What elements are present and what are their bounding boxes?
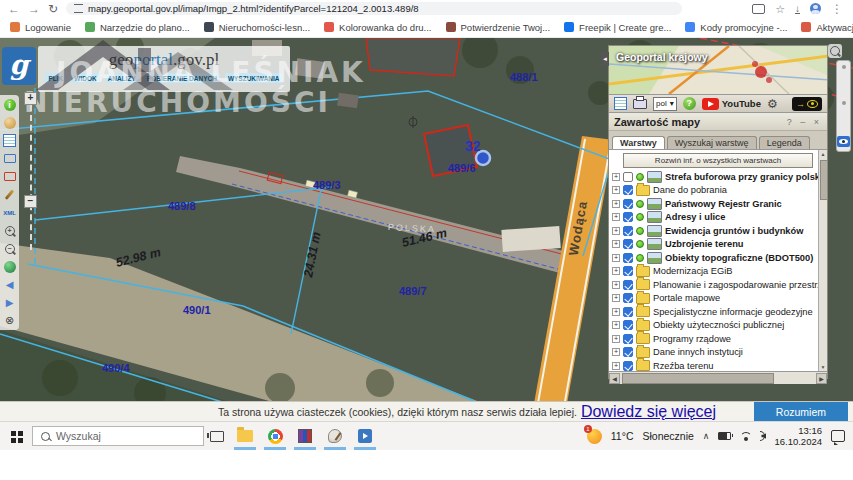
- tray-chevron-icon[interactable]: ∧: [703, 431, 710, 441]
- clock[interactable]: 13:1616.10.2024: [774, 425, 822, 447]
- layer-row[interactable]: +Strefa buforowa przy granicy polsko-bia…: [609, 170, 827, 184]
- bookmark-item[interactable]: Aktywacja Platformy...: [801, 22, 853, 33]
- bookmark-item[interactable]: Logowanie: [10, 22, 71, 33]
- scrollbar-thumb[interactable]: [622, 373, 774, 384]
- bookmark-item[interactable]: Freepik | Create gre...: [564, 22, 671, 33]
- layer-row[interactable]: +Ewidencja gruntów i budynków: [609, 224, 827, 238]
- battery-icon[interactable]: [718, 432, 731, 440]
- eye-visibility-icon[interactable]: [837, 136, 850, 147]
- action-center-icon[interactable]: [831, 430, 845, 442]
- remove-map-window-icon[interactable]: [3, 170, 16, 183]
- layer-row[interactable]: +Specjalistyczne informacje geodezyjne: [609, 305, 827, 319]
- expand-icon[interactable]: +: [612, 213, 620, 221]
- expand-icon[interactable]: +: [612, 227, 620, 235]
- expand-icon[interactable]: +: [612, 186, 620, 194]
- horizontal-scrollbar[interactable]: ◀ ▶: [609, 372, 827, 384]
- geoportal-menu-item[interactable]: PLIK: [45, 73, 66, 83]
- zoom-out-icon[interactable]: −: [3, 242, 16, 255]
- bookmark-item[interactable]: Narzędzie do plano...: [85, 22, 190, 33]
- gear-icon[interactable]: ⚙: [767, 98, 778, 110]
- youtube-button[interactable]: YouTube: [702, 98, 761, 110]
- layer-checkbox[interactable]: [623, 226, 633, 236]
- expand-icon[interactable]: +: [612, 254, 620, 262]
- attributes-table-icon[interactable]: [3, 134, 16, 147]
- tab-wyszukaj-warstwę[interactable]: Wyszukaj warstwę: [667, 136, 757, 149]
- layer-checkbox[interactable]: [623, 361, 633, 371]
- layer-row[interactable]: +Obiekty topograficzne (BDOT500): [609, 251, 827, 265]
- layer-row[interactable]: +Portale mapowe: [609, 292, 827, 306]
- layer-checkbox[interactable]: [623, 266, 633, 276]
- cookie-learn-more-link[interactable]: Dowiedz się więcej: [581, 403, 716, 421]
- scroll-left-icon[interactable]: ◀: [609, 373, 620, 384]
- table-icon[interactable]: [614, 97, 627, 110]
- layer-checkbox[interactable]: [623, 334, 633, 344]
- visibility-toggle-button[interactable]: →: [792, 97, 822, 111]
- add-map-window-icon[interactable]: [3, 152, 16, 165]
- profile-avatar[interactable]: [810, 3, 821, 14]
- weather-desc[interactable]: Słonecznie: [642, 430, 693, 442]
- taskbar-app-photos[interactable]: [350, 422, 380, 450]
- url-field[interactable]: mapy.geoportal.gov.pl/imap/Imgp_2.html?i…: [66, 2, 682, 15]
- menu-kebab-icon[interactable]: ⋮: [831, 3, 843, 15]
- cast-icon[interactable]: [752, 4, 765, 14]
- vertical-scrollbar[interactable]: ▲ ▼: [818, 150, 827, 371]
- layer-row[interactable]: +Dane do pobrania: [609, 184, 827, 198]
- printer-icon[interactable]: [633, 99, 647, 109]
- taskbar-app-winrar[interactable]: [290, 422, 320, 450]
- expand-icon[interactable]: +: [612, 294, 620, 302]
- layer-row[interactable]: +Adresy i ulice: [609, 211, 827, 225]
- layer-row[interactable]: +Modernizacja EGiB: [609, 265, 827, 279]
- layer-checkbox[interactable]: [623, 347, 633, 357]
- reload-icon[interactable]: ↻: [48, 3, 58, 15]
- layer-row[interactable]: +Obiekty użyteczności publicznej: [609, 319, 827, 333]
- bookmark-item[interactable]: Nieruchomości-lesn...: [204, 22, 310, 33]
- forward-icon[interactable]: →: [28, 3, 40, 15]
- globe-icon[interactable]: [3, 260, 16, 273]
- zoom-handle[interactable]: −: [24, 195, 37, 208]
- layer-checkbox[interactable]: [623, 212, 633, 222]
- bookmark-item[interactable]: Potwierdzenie Twoj...: [446, 22, 551, 33]
- layer-checkbox[interactable]: [623, 199, 633, 209]
- expand-icon[interactable]: +: [612, 240, 620, 248]
- bookmark-star-icon[interactable]: ☆: [775, 3, 785, 15]
- layer-checkbox[interactable]: [623, 293, 633, 303]
- expand-icon[interactable]: +: [612, 321, 620, 329]
- expand-icon[interactable]: +: [612, 362, 620, 370]
- scroll-down-icon[interactable]: ▼: [819, 364, 827, 370]
- taskbar-app-paint[interactable]: [320, 422, 350, 450]
- next-view-icon[interactable]: ▶: [3, 296, 16, 309]
- info-icon[interactable]: i: [3, 98, 16, 111]
- identify-icon[interactable]: [3, 116, 16, 129]
- taskbar-app-explorer[interactable]: [230, 422, 260, 450]
- expand-icon[interactable]: +: [612, 348, 620, 356]
- task-view-button[interactable]: [204, 422, 230, 450]
- expand-icon[interactable]: +: [612, 308, 620, 316]
- geoportal-menu-item[interactable]: POBIERANIE DANYCH: [144, 73, 220, 83]
- layer-row[interactable]: +Planowanie i zagospodarowanie przestrze…: [609, 278, 827, 292]
- site-settings-icon[interactable]: [74, 4, 83, 13]
- panel-window-buttons[interactable]: ? – ×: [787, 117, 822, 127]
- layer-checkbox[interactable]: [623, 239, 633, 249]
- layer-row[interactable]: +Rzeźba terenu: [609, 359, 827, 372]
- layer-row[interactable]: +Państwowy Rejestr Granic: [609, 197, 827, 211]
- tab-legenda[interactable]: Legenda: [759, 136, 810, 149]
- expand-icon[interactable]: +: [612, 281, 620, 289]
- layer-row[interactable]: +Uzbrojenie terenu: [609, 238, 827, 252]
- expand-icon[interactable]: +: [612, 173, 620, 181]
- zoom-track[interactable]: [30, 105, 32, 250]
- taskbar-search-input[interactable]: Wyszukaj: [32, 426, 204, 446]
- layer-checkbox[interactable]: [623, 307, 633, 317]
- expand-icon[interactable]: +: [612, 267, 620, 275]
- bookmark-item[interactable]: Kody promocyjne -...: [685, 22, 787, 33]
- layer-checkbox[interactable]: [623, 172, 633, 182]
- layer-checkbox[interactable]: [623, 280, 633, 290]
- layer-checkbox[interactable]: [623, 185, 633, 195]
- taskbar-app-chrome[interactable]: [260, 422, 290, 450]
- layer-row[interactable]: +Dane innych instytucji: [609, 346, 827, 360]
- zoom-slider[interactable]: + −: [24, 92, 38, 250]
- panel-collapse-button[interactable]: ◄: [601, 52, 609, 66]
- language-select[interactable]: pol▾: [653, 97, 677, 111]
- cookie-accept-button[interactable]: Rozumiem: [754, 402, 848, 422]
- xml-icon[interactable]: XML: [3, 206, 16, 219]
- help-icon[interactable]: ?: [683, 97, 696, 110]
